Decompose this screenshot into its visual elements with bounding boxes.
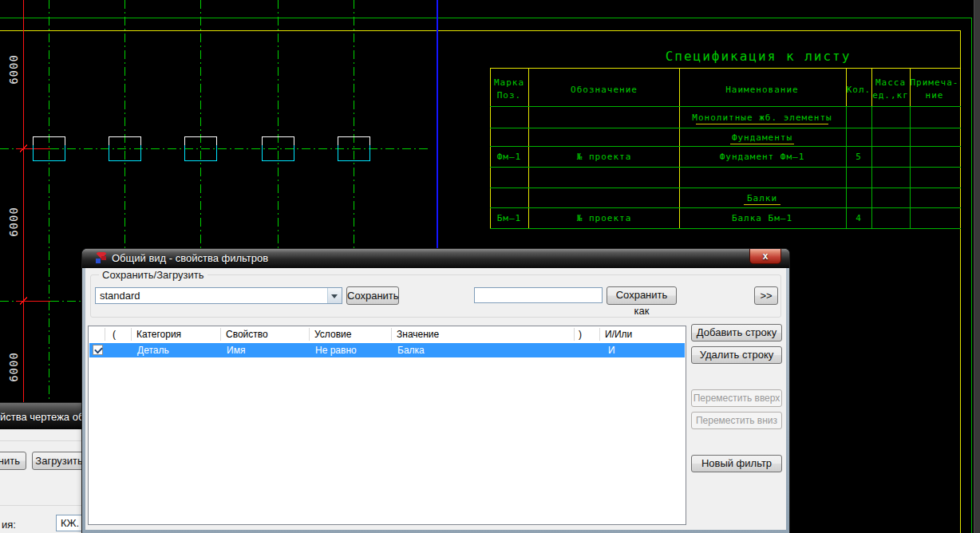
preset-combobox[interactable]: standard	[95, 287, 342, 304]
filter-rule-row[interactable]: Деталь Имя Не равно Балка И	[89, 343, 685, 357]
svg-text:Балка Бм—1: Балка Бм—1	[732, 213, 792, 223]
filter-rules-header: ( Категория Свойство Условие Значение ) …	[89, 326, 686, 342]
viewport-right-edge	[974, 0, 980, 533]
load-button[interactable]: Загрузить	[32, 452, 86, 470]
row-category: Деталь	[137, 345, 169, 356]
svg-text:Кол.: Кол.	[847, 85, 871, 95]
col-and-or[interactable]: И/Или	[605, 329, 632, 340]
filter-rules-list[interactable]: ( Категория Свойство Условие Значение ) …	[88, 326, 686, 525]
col-condition[interactable]: Условие	[314, 329, 351, 340]
save-load-group-label: Сохранить/Загрузить	[99, 269, 207, 281]
drawing-properties-titlebar[interactable]: йства чертежа об	[0, 403, 85, 429]
col-property[interactable]: Свойство	[226, 329, 268, 340]
move-up-button[interactable]: Переместить вверх	[691, 389, 782, 407]
name-label-partial: ия:	[2, 519, 16, 531]
filter-dialog-titlebar[interactable]: Общий вид - свойства фильтров x	[82, 249, 789, 268]
filter-dialog-title: Общий вид - свойства фильтров	[112, 252, 268, 264]
svg-text:№ проекта: № проекта	[577, 152, 632, 162]
app-icon	[95, 252, 107, 264]
col-value[interactable]: Значение	[397, 329, 439, 340]
svg-text:Масса: Масса	[875, 77, 906, 88]
row-and-or: И	[608, 345, 615, 356]
svg-text:ние: ние	[926, 90, 944, 101]
svg-text:Фундамент Фм—1: Фундамент Фм—1	[720, 152, 805, 162]
col-close-paren[interactable]: )	[579, 329, 582, 340]
app-screen: 6000 6000 6000 Спецификация к листу Марк	[0, 0, 980, 533]
dim-label-2: 6000	[7, 207, 20, 237]
svg-text:Фундаменты: Фундаменты	[732, 132, 792, 143]
filter-dialog-body: Сохранить/Загрузить standard Сохранить С…	[85, 268, 786, 530]
svg-text:4: 4	[856, 213, 862, 223]
row-property: Имя	[227, 345, 245, 356]
save-button-partial[interactable]: анить	[0, 452, 26, 470]
svg-text:ед.,кг: ед.,кг	[872, 90, 909, 101]
save-button[interactable]: Сохранить	[346, 286, 399, 305]
filter-properties-dialog: Общий вид - свойства фильтров x Сохранит…	[82, 249, 789, 533]
combobox-dropdown-zone[interactable]	[327, 288, 342, 303]
col-category[interactable]: Категория	[136, 329, 181, 340]
dim-label-1: 6000	[7, 54, 20, 85]
col-open-paren[interactable]: (	[113, 329, 116, 340]
svg-text:Примеча-: Примеча-	[911, 77, 959, 88]
drawing-properties-dialog: йства чертежа об анить Загрузить ия: КЖ.…	[0, 403, 85, 533]
drawing-properties-body: анить Загрузить ия: КЖ. головок 1: Схем	[0, 429, 84, 533]
spec-table-header: Марка Поз. Обозначение Наименование Кол.…	[494, 77, 959, 101]
svg-text:Поз.: Поз.	[497, 90, 522, 101]
svg-text:5: 5	[856, 152, 862, 162]
preset-combobox-value: standard	[100, 290, 140, 302]
delete-row-button[interactable]: Удалить строку	[691, 346, 782, 364]
new-filter-button[interactable]: Новый фильтр	[691, 455, 782, 472]
checkmark-icon	[94, 345, 103, 354]
svg-text:Марка: Марка	[494, 77, 524, 88]
svg-text:Монолитные жб. элементы: Монолитные жб. элементы	[692, 113, 832, 123]
spec-table-title: Спецификация к листу	[666, 49, 852, 64]
row-condition: Не равно	[315, 345, 357, 356]
row-checkbox[interactable]	[93, 345, 103, 355]
move-down-button[interactable]: Переместить вниз	[691, 412, 782, 429]
svg-text:Наименование: Наименование	[725, 85, 798, 95]
svg-text:Обозначение: Обозначение	[571, 85, 638, 95]
svg-text:№ проекта: № проекта	[577, 213, 632, 223]
svg-text:Балки: Балки	[747, 193, 777, 203]
save-as-button[interactable]: Сохранить как	[607, 286, 677, 305]
save-as-input[interactable]	[474, 287, 603, 303]
row-value: Балка	[397, 345, 425, 356]
expand-button[interactable]: >>	[754, 286, 778, 305]
close-button[interactable]: x	[749, 249, 781, 264]
chevron-down-icon	[331, 294, 338, 298]
dim-label-3: 6000	[7, 352, 20, 382]
drawing-properties-title: йства чертежа об	[0, 411, 84, 423]
svg-text:Фм—1: Фм—1	[497, 152, 522, 162]
svg-text:Бм—1: Бм—1	[497, 213, 522, 223]
add-row-button[interactable]: Добавить строку	[691, 324, 782, 342]
